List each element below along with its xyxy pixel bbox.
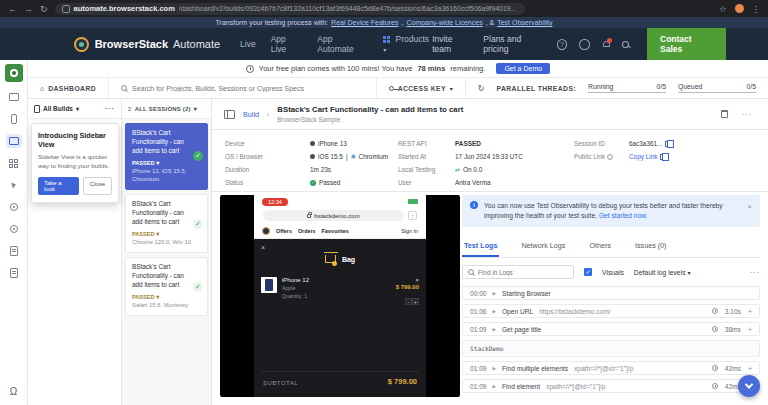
tab-others[interactable]: Others [587,237,613,257]
session-status-dropdown[interactable]: PASSED ▾ [132,293,193,300]
log-row[interactable]: 01:09▶ Find multiple elements xpath=//*[… [462,361,760,375]
session-card[interactable]: BStack's Cart Functionality - can add it… [125,257,208,316]
public-link-label: Public Link i [574,153,629,160]
duration-label: Duration [225,166,310,173]
copy-icon[interactable] [660,154,665,160]
nav-live[interactable]: Live [240,39,256,49]
find-in-logs[interactable] [462,265,574,279]
accessibility-icon[interactable] [6,222,22,236]
app-live-icon[interactable] [6,112,22,126]
all-builds-dropdown[interactable]: All Builds [43,105,73,112]
percy-icon[interactable] [6,178,22,192]
session-status-dropdown[interactable]: PASSED ▾ [132,159,193,166]
builds-more-icon[interactable]: ··· [105,105,115,112]
nav-favourites[interactable]: Favourites [322,228,349,234]
popover-body: Sidebar View is a quicker way to finding… [38,153,112,171]
play-icon[interactable]: ▶ [493,327,496,332]
get-started-link[interactable]: Get started now. [599,212,648,219]
invite-team-button[interactable]: Invite team [432,34,471,54]
play-icon[interactable]: ▶ [493,291,496,296]
live-icon[interactable] [6,90,22,104]
log-row[interactable]: 01:09▶ Find element xpath=//*[@id="1"]/p… [462,379,760,393]
close-cart-icon[interactable]: × [261,244,419,251]
remove-item-icon[interactable]: × [396,277,419,283]
global-search[interactable] [109,78,377,98]
refresh-icon[interactable]: ↻ [40,4,48,14]
expand-icon[interactable]: + [748,365,752,372]
nav-products[interactable]: Products ▾ [383,34,432,54]
test-management-icon[interactable] [6,244,22,258]
product-rail: Ω [0,60,28,405]
delete-session-icon[interactable] [721,110,728,118]
nav-orders[interactable]: Orders [298,228,316,234]
play-icon[interactable]: ▶ [493,366,496,371]
status-value: Passed [319,179,340,186]
log-levels-dropdown[interactable]: Default log levels ▾ [634,269,691,276]
get-a-demo-button[interactable]: Get a Demo [496,63,550,74]
phone-address-bar[interactable]: bstackdemo.com [263,210,404,221]
help-icon[interactable]: ? [557,39,567,50]
automate-product-tile[interactable] [5,64,23,82]
browser-menu-icon[interactable]: ⋮ [752,4,761,14]
support-headset-icon[interactable]: Ω [10,386,17,397]
session-video-player[interactable]: 12:34 ··· bstackdemo.com ↑ Offers Orders… [220,195,460,397]
tab-issues[interactable]: Issues (0) [633,237,669,257]
sessions-panel-header[interactable]: ≡ ALL SESSIONS (2) ▾ [122,99,211,119]
log-row[interactable]: 00:00▶ Starting Browser [462,286,760,300]
sign-in-link[interactable]: Sign In [401,228,418,234]
dashboard-button[interactable]: ⌂ DASHBOARD [28,78,109,98]
code-quality-icon[interactable] [6,266,22,280]
nav-app-live[interactable]: App Live [271,34,303,54]
bookmark-star-icon[interactable]: ☆ [719,4,727,14]
refresh-icon[interactable]: ↻ [478,84,485,93]
plans-pricing-button[interactable]: Plans and pricing [483,34,544,54]
session-card[interactable]: BStack's Cart Functionality - can add it… [125,194,208,253]
log-more-icon[interactable]: ··· [750,269,760,276]
search-input[interactable] [132,85,364,92]
log-row[interactable]: 01:06▶ Open URL https://bstackdemo.com/ … [462,304,760,318]
copy-link-button[interactable]: Copy Link [629,153,657,160]
chat-widget-button[interactable] [738,375,760,397]
automate-icon[interactable] [6,134,22,148]
search-icon[interactable] [622,41,629,48]
promo-link-observability[interactable]: Test Observability [497,19,552,26]
log-row[interactable]: 01:09▶ Get page title 38ms+ [462,322,760,336]
promo-link-licences[interactable]: Company-wide Licences [406,19,482,26]
copy-icon[interactable] [665,141,670,147]
account-icon[interactable] [579,39,589,50]
play-icon[interactable]: ▶ [493,309,496,314]
take-a-look-button[interactable]: Take a look [38,177,79,195]
contact-sales-button[interactable]: Contact Sales [647,28,726,60]
forward-icon[interactable]: → [24,4,33,14]
breadcrumb-build[interactable]: Build [243,110,259,119]
access-key-dropdown[interactable]: ACCESS KEY ▾ [377,78,466,98]
brand-name[interactable]: BrowserStack [95,38,168,50]
tab-test-logs[interactable]: Test Logs [462,237,499,257]
expand-icon[interactable]: + [748,308,752,315]
session-more-icon[interactable]: ··· [742,111,752,118]
back-icon[interactable]: ← [8,4,17,14]
collapse-sidebar-icon[interactable] [224,110,235,119]
session-card-selected[interactable]: BStack's Cart Functionality - can add it… [125,123,208,190]
share-icon[interactable]: ↑ [408,211,417,220]
browserstack-logo[interactable] [74,37,89,52]
address-bar[interactable]: automate.browserstack.com /dashboard/v2/… [55,3,525,15]
nav-app-automate[interactable]: App Automate [317,34,368,54]
promo-link-real-device[interactable]: Real Device Features [331,19,398,26]
close-banner-icon[interactable]: × [747,201,752,221]
chevron-down-icon[interactable]: ▾ [76,105,79,112]
session-status-dropdown[interactable]: PASSED ▾ [132,230,193,237]
expand-icon[interactable]: + [748,326,752,333]
play-icon[interactable]: ▶ [493,384,496,389]
site-info-icon[interactable] [62,5,70,13]
nav-offers[interactable]: Offers [276,228,292,234]
tab-network-logs[interactable]: Network Logs [519,237,567,257]
visuals-checkbox[interactable]: ✓ [584,268,592,276]
quantity-stepper[interactable]: -+ [405,298,419,305]
browser-profile-avatar[interactable] [735,4,744,13]
find-in-logs-input[interactable] [478,269,568,276]
close-button[interactable]: Close [83,177,112,195]
notifications-bell-icon[interactable] [602,40,610,49]
app-automate-icon[interactable] [6,156,22,170]
turboscale-icon[interactable] [6,200,22,214]
